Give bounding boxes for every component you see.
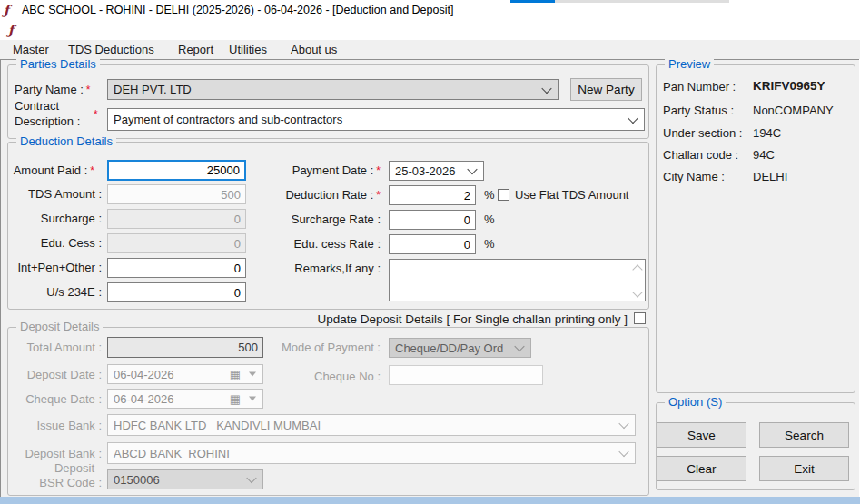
contract-description-value: Payment of contractors and sub-contracto… [114, 113, 342, 126]
surcharge-rate-input[interactable] [389, 210, 476, 230]
exit-button[interactable]: Exit [759, 456, 849, 481]
use-flat-tds-label[interactable]: Use Flat TDS Amount [515, 185, 628, 205]
required-asterisk: * [86, 84, 91, 96]
parties-details-legend: Parties Details [16, 57, 100, 71]
payment-date-label: Payment Date :* [268, 161, 381, 181]
issue-bank-label: Issue Bank : [7, 416, 102, 436]
app-icon: ƒ [4, 4, 9, 16]
dropdown-arrow-icon [249, 372, 256, 377]
save-button[interactable]: Save [657, 422, 746, 448]
contract-description-label: Contract * [15, 99, 59, 114]
party-status-label: Party Status : [663, 104, 754, 117]
tds-amount-input [107, 184, 246, 204]
tds-amount-label: TDS Amount : [7, 184, 102, 204]
us-234e-label: U/s 234E : [7, 282, 102, 302]
required-asterisk: * [94, 107, 98, 122]
challan-code-value: 94C [753, 148, 775, 162]
chevron-down-icon [514, 341, 524, 351]
pan-number-value: KRIFV0965Y [753, 79, 825, 93]
us-234e-input[interactable] [107, 282, 246, 302]
deposit-bank-combobox: ABCD BANK ROHINI [107, 442, 636, 464]
mode-of-payment-label: Mode of Payment : [268, 338, 381, 358]
deduction-rate-input[interactable] [389, 185, 476, 205]
deposit-details-legend: Deposit Details [16, 320, 103, 333]
mode-of-payment-combobox: Cheque/DD/Pay Ord [389, 338, 531, 358]
deposit-bank-value: ABCD BANK ROHINI [114, 447, 230, 460]
issue-bank-combobox: HDFC BANK LTD KANDIVLI MUMBAI [107, 414, 636, 436]
edu-cess-label: Edu. Cess : [7, 233, 102, 253]
under-section-value: 194C [753, 126, 781, 140]
required-asterisk: * [90, 164, 94, 177]
required-asterisk: * [376, 189, 381, 202]
clear-button[interactable]: Clear [657, 456, 746, 481]
cheque-date-label: Cheque Date : [7, 390, 102, 410]
remarks-textarea[interactable] [389, 259, 646, 301]
chevron-down-icon [541, 83, 551, 93]
city-name-value: DELHI [753, 170, 787, 183]
party-status-value: NonCOMPANY [753, 104, 834, 117]
bottom-edge-strip [0, 497, 860, 504]
menu-master[interactable]: Master [9, 42, 53, 57]
deduction-details-legend: Deduction Details [16, 134, 116, 148]
required-asterisk: * [376, 164, 381, 177]
cheque-no-label: Cheque No : [268, 367, 381, 387]
chevron-down-icon [628, 113, 638, 123]
int-pen-other-input[interactable] [107, 258, 246, 278]
percent-sign: % [484, 185, 495, 205]
issue-bank-value: HDFC BANK LTD KANDIVLI MUMBAI [114, 419, 321, 432]
city-name-label: City Name : [663, 170, 754, 183]
amount-paid-label: Amount Paid :* [7, 161, 94, 181]
percent-sign: % [484, 210, 495, 230]
cheque-no-input [389, 365, 543, 385]
new-party-button[interactable]: New Party [570, 78, 642, 101]
percent-sign: % [484, 234, 495, 254]
deposit-date-value: 06-04-2026 [114, 368, 174, 381]
party-name-combobox[interactable]: DEH PVT. LTD [107, 79, 559, 100]
edu-cess-input [107, 233, 246, 253]
menu-report[interactable]: Report [174, 42, 217, 57]
deduction-rate-label: Deduction Rate :* [268, 185, 381, 205]
under-section-label: Under section : [663, 126, 754, 140]
int-pen-other-label: Int+Pen+Other : [7, 258, 102, 278]
search-button[interactable]: Search [759, 422, 849, 448]
pan-number-label: Pan Number : [663, 80, 754, 94]
title-strip-gray [555, 0, 729, 3]
amount-paid-input[interactable] [107, 160, 246, 181]
chevron-down-icon [618, 419, 628, 429]
contract-description-combobox[interactable]: Payment of contractors and sub-contracto… [107, 108, 645, 131]
total-amount-label: Total Amount : [7, 338, 102, 358]
edu-cess-rate-label: Edu. cess Rate : [268, 234, 381, 254]
calendar-icon: ▦ [230, 367, 241, 383]
deposit-date-picker: 06-04-2026 ▦ [107, 364, 263, 384]
menu-tds-deductions[interactable]: TDS Deductions [64, 42, 158, 57]
total-amount-input [107, 337, 263, 358]
party-name-label: Party Name :* [15, 80, 91, 100]
preview-legend: Preview [665, 57, 714, 71]
calendar-icon: ▦ [230, 391, 241, 408]
cheque-date-picker: 06-04-2026 ▦ [107, 389, 263, 409]
surcharge-label: Surcharge : [7, 209, 102, 229]
window-title: ABC SCHOOL - ROHINI - DELHI (2025-2026) … [22, 4, 453, 16]
contract-description-label-line2: Description : [15, 114, 80, 129]
options-legend: Option (S) [665, 395, 726, 409]
menu-about-us[interactable]: About us [287, 42, 341, 57]
use-flat-tds-checkbox[interactable] [498, 189, 509, 201]
update-deposit-details-checkbox[interactable] [634, 312, 646, 324]
child-window-icon: ƒ [8, 24, 14, 36]
deposit-bsr-code-label: Deposit [7, 461, 94, 476]
menu-bar: Master TDS Deductions Report Utilities A… [0, 40, 860, 59]
payment-date-combobox[interactable]: 25-03-2026 [389, 161, 484, 181]
chevron-down-icon [618, 447, 628, 457]
deposit-bsr-code-value: 0150006 [114, 473, 160, 487]
deposit-bsr-code-combobox: 0150006 [107, 469, 263, 489]
title-strip-blue [510, 0, 555, 3]
surcharge-rate-label: Surcharge Rate : [268, 210, 381, 230]
remarks-label: Remarks,If any : [268, 259, 381, 279]
surcharge-input [107, 209, 246, 229]
challan-code-label: Challan code : [663, 148, 754, 162]
party-name-value: DEH PVT. LTD [114, 83, 192, 96]
menu-utilities[interactable]: Utilities [225, 42, 271, 57]
edu-cess-rate-input[interactable] [389, 234, 476, 254]
payment-date-value: 25-03-2026 [395, 164, 456, 178]
deposit-bsr-code-label-line2: BSR Code : [7, 476, 102, 490]
